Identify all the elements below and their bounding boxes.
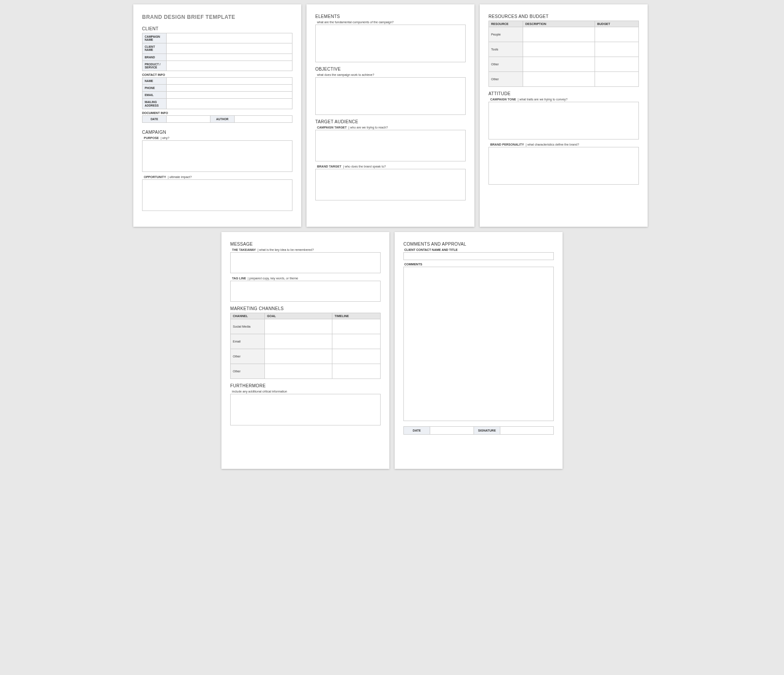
page-5: COMMENTS AND APPROVAL CLIENT CONTACT NAM… <box>395 232 563 469</box>
col-goal: GOAL <box>265 313 332 319</box>
doc-title: BRAND DESIGN BRIEF TEMPLATE <box>142 14 292 20</box>
purpose-label: PURPOSE | why? <box>144 136 292 139</box>
client-contact-label: CLIENT CONTACT NAME AND TITLE <box>404 248 554 251</box>
col-channel: CHANNEL <box>231 313 265 319</box>
opportunity-box[interactable] <box>142 179 292 211</box>
signature-table: DATE SIGNATURE <box>403 426 554 435</box>
input-signature[interactable] <box>500 426 554 434</box>
campaign-target-box[interactable] <box>315 130 466 161</box>
tagline-box[interactable] <box>230 281 381 302</box>
table-row: Email <box>231 334 381 349</box>
campaign-target-label: CAMPAIGN TARGET | who are we trying to r… <box>317 126 466 129</box>
resources-table: RESOURCE DESCRIPTION BUDGET People Tools… <box>488 21 639 87</box>
furthermore-hint: include any additional critical informat… <box>232 390 381 393</box>
input-author[interactable] <box>235 115 292 122</box>
takeaway-label: THE TAKEAWAY | what is the key idea to b… <box>232 248 381 251</box>
docinfo-table: DATE AUTHOR <box>142 115 292 123</box>
cell-timeline[interactable] <box>332 319 381 334</box>
cell-budget[interactable] <box>595 57 639 72</box>
row-product-service: PRODUCT / SERVICE <box>143 61 292 71</box>
purpose-box[interactable] <box>142 140 292 172</box>
label-client-name: CLIENT NAME <box>143 43 167 54</box>
cell-desc[interactable] <box>523 57 595 72</box>
input-campaign-name[interactable] <box>167 33 292 43</box>
col-timeline: TIMELINE <box>332 313 381 319</box>
cell-timeline[interactable] <box>332 364 381 379</box>
table-row: Tools <box>489 42 639 57</box>
cell-budget[interactable] <box>595 42 639 57</box>
cell-goal[interactable] <box>265 334 332 349</box>
marketing-channels-heading: MARKETING CHANNELS <box>230 306 381 311</box>
input-product-service[interactable] <box>167 61 292 71</box>
table-row: Social Media <box>231 319 381 334</box>
channels-table: CHANNEL GOAL TIMELINE Social Media Email… <box>230 313 381 379</box>
page-4: MESSAGE THE TAKEAWAY | what is the key i… <box>221 232 389 469</box>
col-budget: BUDGET <box>595 21 639 27</box>
col-resource: RESOURCE <box>489 21 523 27</box>
elements-box[interactable] <box>315 25 466 62</box>
label-author: AUTHOR <box>210 115 235 122</box>
input-client-name[interactable] <box>167 43 292 54</box>
cell-goal[interactable] <box>265 349 332 364</box>
row-other-2: Other <box>489 72 523 87</box>
label-contact-name: NAME <box>143 77 167 84</box>
row-other-1: Other <box>489 57 523 72</box>
row-email: Email <box>231 334 265 349</box>
tone-label: CAMPAIGN TONE | what traits are we tryin… <box>490 98 639 101</box>
cell-timeline[interactable] <box>332 334 381 349</box>
brand-target-label: BRAND TARGET | who does the brand speak … <box>317 165 466 168</box>
opportunity-label: OPPORTUNITY | ultimate impact? <box>144 175 292 179</box>
input-date[interactable] <box>167 115 210 122</box>
input-contact-email[interactable] <box>167 92 292 99</box>
input-contact-name[interactable] <box>167 77 292 84</box>
takeaway-box[interactable] <box>230 252 381 273</box>
cell-desc[interactable] <box>523 72 595 87</box>
input-brand[interactable] <box>167 54 292 61</box>
label-campaign-name: CAMPAIGN NAME <box>143 33 167 43</box>
tagline-label: TAG LINE | prepared copy, key words, or … <box>232 277 381 280</box>
client-heading: CLIENT <box>142 26 292 31</box>
message-heading: MESSAGE <box>230 242 381 246</box>
cell-goal[interactable] <box>265 319 332 334</box>
input-contact-phone[interactable] <box>167 85 292 92</box>
page-3: RESOURCES AND BUDGET RESOURCE DESCRIPTIO… <box>480 4 648 227</box>
objective-box[interactable] <box>315 77 466 115</box>
target-audience-heading: TARGET AUDIENCE <box>315 119 466 124</box>
elements-hint: what are the fundamental components of t… <box>317 21 466 24</box>
cell-budget[interactable] <box>595 72 639 87</box>
cell-desc[interactable] <box>523 42 595 57</box>
table-row: Other <box>489 72 639 87</box>
brand-personality-box[interactable] <box>488 147 639 185</box>
furthermore-heading: FURTHERMORE <box>230 383 381 388</box>
row-campaign-name: CAMPAIGN NAME <box>143 33 292 43</box>
table-row: Other <box>489 57 639 72</box>
label-brand: BRAND <box>143 54 167 61</box>
client-contact-field[interactable] <box>403 252 554 260</box>
contact-table: NAME PHONE EMAIL MAILING ADDRESS <box>142 77 292 109</box>
cell-timeline[interactable] <box>332 349 381 364</box>
comments-box[interactable] <box>403 267 554 421</box>
contact-info-heading: CONTACT INFO <box>142 73 292 76</box>
row-client-name: CLIENT NAME <box>143 43 292 54</box>
brand-target-box[interactable] <box>315 169 466 200</box>
page-1: BRAND DESIGN BRIEF TEMPLATE CLIENT CAMPA… <box>133 4 301 227</box>
label-product-service: PRODUCT / SERVICE <box>143 61 167 71</box>
cell-desc[interactable] <box>523 27 595 42</box>
label-contact-phone: PHONE <box>143 85 167 92</box>
row-people: People <box>489 27 523 42</box>
label-sig-date: DATE <box>404 426 430 434</box>
col-description: DESCRIPTION <box>523 21 595 27</box>
cell-budget[interactable] <box>595 27 639 42</box>
tone-box[interactable] <box>488 102 639 139</box>
input-sig-date[interactable] <box>430 426 474 434</box>
elements-heading: ELEMENTS <box>315 14 466 19</box>
label-date: DATE <box>143 115 167 122</box>
page-2: ELEMENTS what are the fundamental compon… <box>306 4 474 227</box>
furthermore-box[interactable] <box>230 394 381 425</box>
label-contact-email: EMAIL <box>143 92 167 99</box>
objective-hint: what does the campaign work to achieve? <box>317 73 466 76</box>
row-tools: Tools <box>489 42 523 57</box>
resources-budget-heading: RESOURCES AND BUDGET <box>488 14 639 19</box>
cell-goal[interactable] <box>265 364 332 379</box>
input-contact-mailing[interactable] <box>167 99 292 109</box>
